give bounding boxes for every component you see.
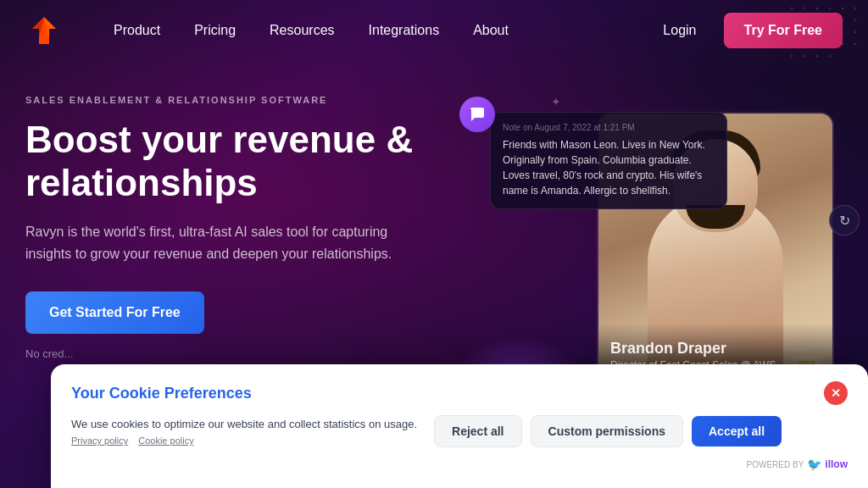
- hero-eyebrow: SALES ENABLEMENT & RELATIONSHIP SOFTWARE: [25, 95, 449, 105]
- cookie-actions: Reject all Custom permissions Accept all: [434, 415, 782, 447]
- navbar: Product Pricing Resources Integrations A…: [0, 0, 868, 61]
- chat-bubble-card: Note on August 7, 2022 at 1:21 PM Friend…: [466, 103, 727, 209]
- chat-meta: Note on August 7, 2022 at 1:21 PM: [503, 123, 715, 132]
- nav-item-resources[interactable]: Resources: [253, 16, 351, 45]
- nav-item-product[interactable]: Product: [97, 16, 177, 45]
- cookie-text-section: We use cookies to optimize our website a…: [71, 417, 417, 446]
- custom-permissions-button[interactable]: Custom permissions: [531, 415, 683, 447]
- cookie-title: Your Cookie Preferences: [71, 385, 252, 402]
- no-credit-text: No cred...: [25, 347, 449, 360]
- nav-links: Product Pricing Resources Integrations A…: [97, 16, 649, 45]
- hero-description: Ravyn is the world's first, ultra-fast A…: [25, 221, 398, 264]
- logo[interactable]: [25, 12, 63, 49]
- get-started-button[interactable]: Get Started For Free: [25, 291, 204, 334]
- reject-all-button[interactable]: Reject all: [434, 415, 521, 447]
- nav-item-integrations[interactable]: Integrations: [352, 16, 457, 45]
- person-name: Brandon Draper: [610, 340, 821, 358]
- chat-icon: [459, 97, 495, 132]
- cookie-banner: Your Cookie Preferences ✕ We use cookies…: [51, 364, 868, 488]
- cookie-header: Your Cookie Preferences ✕: [71, 381, 848, 405]
- powered-by-text: POWERED BY: [747, 460, 804, 469]
- try-for-free-button[interactable]: Try For Free: [724, 13, 843, 48]
- login-button[interactable]: Login: [649, 16, 709, 45]
- nav-actions: Login Try For Free: [649, 13, 843, 48]
- hero-title: Boost your revenue & relationships: [25, 119, 449, 204]
- illow-brand: illow: [825, 458, 848, 470]
- nav-item-about[interactable]: About: [456, 16, 526, 45]
- accept-all-button[interactable]: Accept all: [692, 416, 782, 446]
- cookie-links: Privacy policy Cookie policy: [71, 435, 417, 446]
- chat-card-content: Note on August 7, 2022 at 1:21 PM Friend…: [490, 112, 727, 209]
- cookie-powered-by: POWERED BY 🐦 illow: [71, 458, 848, 471]
- refresh-icon[interactable]: ↻: [829, 205, 860, 236]
- cookie-body: We use cookies to optimize our website a…: [71, 415, 848, 447]
- illow-bird-icon: 🐦: [807, 458, 821, 471]
- cookie-policy-link[interactable]: Cookie policy: [138, 435, 193, 446]
- nav-item-pricing[interactable]: Pricing: [177, 16, 253, 45]
- chat-text: Friends with Mason Leon. Lives in New Yo…: [503, 137, 715, 198]
- cookie-description: We use cookies to optimize our website a…: [71, 417, 417, 432]
- privacy-policy-link[interactable]: Privacy policy: [71, 435, 128, 446]
- cookie-close-button[interactable]: ✕: [824, 381, 848, 405]
